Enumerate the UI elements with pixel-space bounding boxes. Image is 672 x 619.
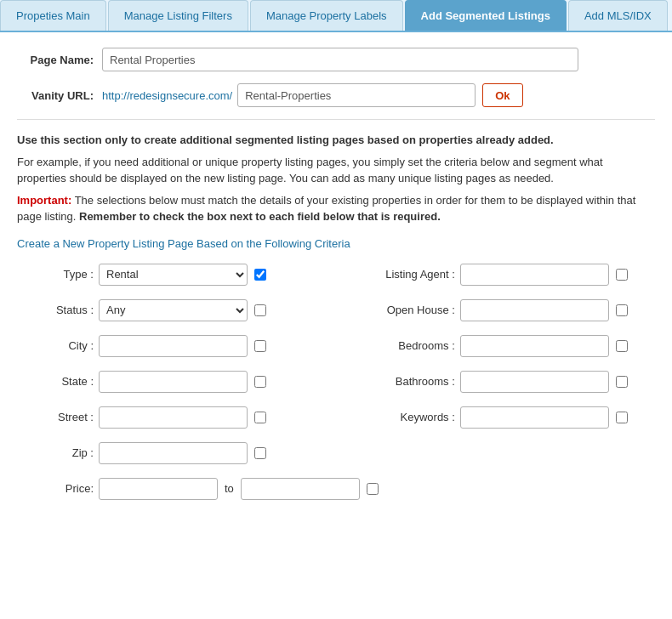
bedrooms-row: Bedrooms :	[379, 335, 655, 357]
price-to-label: to	[225, 482, 234, 495]
city-row: City :	[17, 335, 379, 357]
listing-agent-label: Listing Agent :	[379, 268, 455, 281]
status-select[interactable]: Any Active Sold	[99, 299, 248, 321]
price-label: Price:	[17, 482, 94, 495]
page-name-input[interactable]	[102, 48, 578, 71]
ok-button[interactable]: Ok	[482, 83, 522, 107]
bathrooms-input[interactable]	[460, 371, 609, 393]
fields-grid: Type : Rental Sale Any Status : Any Acti…	[17, 264, 655, 514]
state-row: State :	[17, 371, 379, 393]
keywords-row: Keywords :	[379, 406, 655, 429]
street-checkbox[interactable]	[254, 412, 266, 423]
listing-agent-row: Listing Agent :	[379, 264, 655, 286]
city-input[interactable]	[99, 335, 248, 357]
street-row: Street :	[17, 406, 379, 429]
info-important-label: Important:	[17, 194, 71, 207]
divider-1	[17, 119, 655, 120]
tab-manage-listing-filters[interactable]: Manage Listing Filters	[108, 0, 248, 31]
tab-manage-property-labels[interactable]: Manage Property Labels	[250, 0, 403, 31]
open-house-row: Open House :	[379, 299, 655, 321]
city-checkbox[interactable]	[254, 340, 266, 352]
bedrooms-input[interactable]	[460, 335, 609, 357]
vanity-url-label: Vanity URL:	[17, 89, 94, 102]
tab-add-segmented-listings[interactable]: Add Segmented Listings	[405, 0, 567, 31]
page-name-row: Page Name:	[17, 48, 655, 71]
vanity-url-input[interactable]	[237, 83, 476, 107]
open-house-label: Open House :	[379, 304, 455, 316]
state-checkbox[interactable]	[254, 376, 266, 388]
type-row: Type : Rental Sale Any	[17, 264, 379, 286]
right-fields-col: Listing Agent : Open House : Bedrooms : …	[379, 264, 655, 514]
state-input[interactable]	[99, 371, 248, 393]
bathrooms-checkbox[interactable]	[616, 376, 628, 388]
status-checkbox[interactable]	[254, 304, 266, 316]
status-row: Status : Any Active Sold	[17, 299, 379, 321]
tab-add-mls-idx[interactable]: Add MLS/IDX	[568, 0, 668, 31]
bedrooms-label: Bedrooms :	[379, 339, 455, 352]
page-name-label: Page Name:	[17, 54, 94, 66]
main-content: Page Name: Vanity URL: http://redesignse…	[0, 32, 672, 529]
bathrooms-row: Bathrooms :	[379, 371, 655, 393]
price-row: Price: to	[17, 478, 379, 500]
keywords-input[interactable]	[460, 406, 609, 429]
tab-bar: Propeties Main Manage Listing Filters Ma…	[0, 0, 672, 32]
zip-row: Zip :	[17, 442, 379, 464]
left-fields-col: Type : Rental Sale Any Status : Any Acti…	[17, 264, 379, 514]
info-block: Use this section only to create addition…	[17, 132, 655, 225]
vanity-url-base: http://redesignsecure.com/	[102, 89, 232, 102]
bedrooms-checkbox[interactable]	[616, 340, 628, 352]
price-to-input[interactable]	[241, 478, 360, 500]
listing-agent-checkbox[interactable]	[616, 269, 628, 281]
price-checkbox[interactable]	[367, 483, 379, 495]
vanity-url-row: Vanity URL: http://redesignsecure.com/ O…	[17, 83, 655, 107]
price-from-input[interactable]	[99, 478, 218, 500]
open-house-input[interactable]	[460, 299, 609, 321]
zip-checkbox[interactable]	[254, 447, 266, 459]
keywords-label: Keywords :	[379, 411, 455, 423]
state-label: State :	[17, 375, 94, 388]
info-line3: Important: The selections below must mat…	[17, 192, 655, 225]
zip-input[interactable]	[99, 442, 248, 464]
city-label: City :	[17, 339, 94, 352]
status-label: Status :	[17, 304, 94, 316]
tab-properties-main[interactable]: Propeties Main	[0, 0, 106, 31]
type-select[interactable]: Rental Sale Any	[99, 264, 248, 286]
type-label: Type :	[17, 268, 94, 281]
info-line2: For example, if you need additional or u…	[17, 154, 655, 187]
bathrooms-label: Bathrooms :	[379, 375, 455, 388]
type-checkbox[interactable]	[254, 269, 266, 281]
keywords-checkbox[interactable]	[616, 412, 628, 423]
info-bold2: Remember to check the box next to each f…	[76, 210, 440, 223]
street-input[interactable]	[99, 406, 248, 429]
info-line1: Use this section only to create addition…	[17, 133, 554, 146]
zip-label: Zip :	[17, 446, 94, 459]
open-house-checkbox[interactable]	[616, 304, 628, 316]
listing-agent-input[interactable]	[460, 264, 609, 286]
street-label: Street :	[17, 411, 94, 423]
criteria-link[interactable]: Create a New Property Listing Page Based…	[17, 237, 655, 250]
